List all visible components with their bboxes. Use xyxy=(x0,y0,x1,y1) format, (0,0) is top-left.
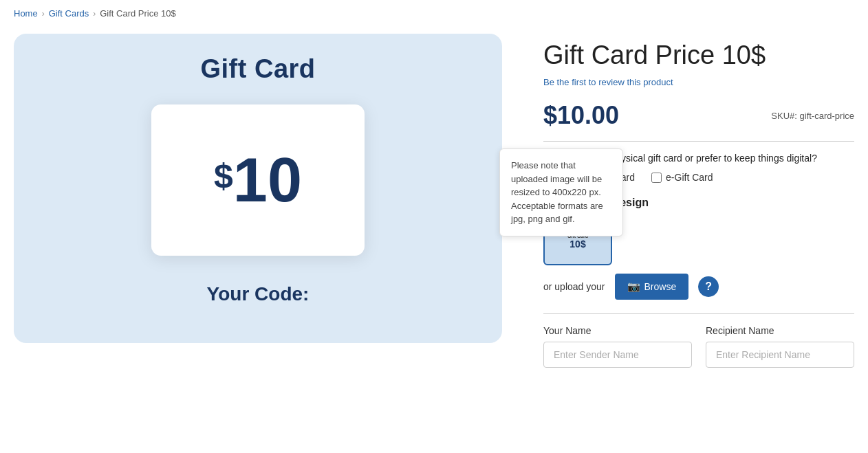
gift-card-visual-title: Gift Card xyxy=(200,54,315,84)
breadcrumb-home[interactable]: Home xyxy=(14,8,38,19)
camera-icon: 📷 xyxy=(627,280,640,293)
left-panel: Gift Card $ 10 Your Code: xyxy=(14,34,502,368)
card-design-row: Gift Card 10$ Please note that uploaded … xyxy=(543,217,854,265)
dollar-sign: $ xyxy=(214,156,233,196)
egift-card-option[interactable]: e-Gift Card xyxy=(651,172,713,183)
sku-label: SKU#: xyxy=(771,111,797,121)
product-price: $10.00 xyxy=(543,101,619,130)
browse-button[interactable]: 📷 Browse xyxy=(615,274,689,300)
tooltip-text: Please note that uploaded image will be … xyxy=(511,160,603,224)
right-panel: Gift Card Price 10$ Be the first to revi… xyxy=(543,34,854,368)
amount-number: 10 xyxy=(233,145,302,216)
your-name-label: Your Name xyxy=(543,325,692,336)
sku-value: gift-card-price xyxy=(800,111,854,121)
product-title: Gift Card Price 10$ xyxy=(543,41,854,70)
browse-btn-label: Browse xyxy=(644,281,677,292)
divider-2 xyxy=(543,313,854,314)
gift-card-visual: Gift Card $ 10 Your Code: xyxy=(14,34,502,343)
breadcrumb-sep-2: › xyxy=(93,9,96,19)
breadcrumb-current: Gift Card Price 10$ xyxy=(100,8,176,19)
price-sku-row: $10.00 SKU#: gift-card-price xyxy=(543,101,854,130)
divider-1 xyxy=(543,141,854,142)
gift-card-amount: $ 10 xyxy=(214,145,302,216)
upload-row: or upload your 📷 Browse ? xyxy=(543,274,854,300)
your-name-input[interactable] xyxy=(543,342,692,368)
review-link[interactable]: Be the first to review this product xyxy=(543,77,854,87)
card-thumbnail-price: 10$ xyxy=(569,239,585,250)
breadcrumb-sep-1: › xyxy=(42,9,45,19)
gift-card-inner: $ 10 xyxy=(151,104,365,256)
recipient-name-label: Recipient Name xyxy=(706,325,854,336)
main-container: Gift Card $ 10 Your Code: Gift Card Pric… xyxy=(0,27,868,388)
recipient-name-group: Recipient Name xyxy=(706,325,854,368)
your-name-group: Your Name xyxy=(543,325,692,368)
egift-card-label: e-Gift Card xyxy=(666,172,713,183)
egift-card-checkbox[interactable] xyxy=(651,173,662,183)
breadcrumb: Home › Gift Cards › Gift Card Price 10$ xyxy=(0,0,868,27)
help-button[interactable]: ? xyxy=(698,276,719,297)
names-row: Your Name Recipient Name xyxy=(543,325,854,368)
help-icon: ? xyxy=(705,280,712,293)
upload-label: or upload your xyxy=(543,281,605,292)
sku-text: SKU#: gift-card-price xyxy=(771,111,854,121)
breadcrumb-gift-cards[interactable]: Gift Cards xyxy=(49,8,89,19)
recipient-name-input[interactable] xyxy=(706,342,854,368)
tooltip-box: Please note that uploaded image will be … xyxy=(499,148,623,236)
gift-card-code-label: Your Code: xyxy=(207,283,310,305)
